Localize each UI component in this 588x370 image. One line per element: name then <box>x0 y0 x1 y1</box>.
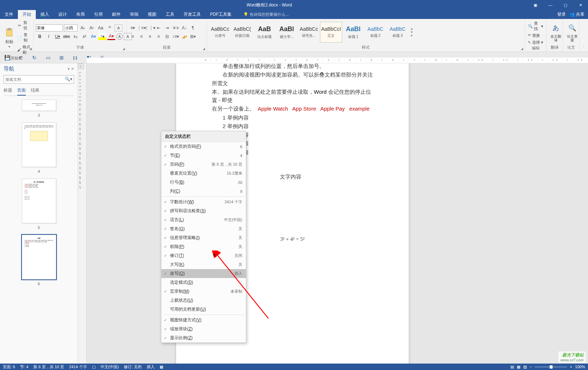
italic-button[interactable]: I <box>45 33 53 40</box>
status-spell-icon[interactable]: ▢ <box>92 365 96 369</box>
context-item-track[interactable]: ✓修订(T)关闭 <box>161 251 246 260</box>
login-button[interactable]: 登录 <box>557 11 566 18</box>
style-item[interactable]: AaBbCc分类号 <box>209 22 231 43</box>
vertical-ruler[interactable]: L · 1 · 2 · 3 · 4 · 5 · 6 · 7 · 8 · 9 · … <box>78 63 87 364</box>
view-print-layout[interactable]: ▦ <box>517 365 520 369</box>
thumbnail[interactable]: 第一章 标题标题 示例红文本段落示例文本段落示例文本段落示例文本段落示例红文本段… <box>22 179 56 223</box>
zoom-value[interactable]: 100% <box>575 365 585 369</box>
context-item-sign[interactable]: ✓签名(G)关 <box>161 224 246 233</box>
context-item-format_page[interactable]: ✓格式页的页码(F)6 <box>161 142 246 151</box>
font-launcher[interactable]: ◢ <box>121 47 126 51</box>
bullets-button[interactable]: ≡▾ <box>129 24 137 31</box>
tab-pdf[interactable]: PDF工具集 <box>205 10 236 19</box>
styles-expand[interactable]: ⏷ <box>410 34 413 38</box>
tab-design[interactable]: 设计 <box>54 10 72 19</box>
status-track[interactable]: 修订: 关闭 <box>124 364 142 370</box>
text-direction-button[interactable]: ✕≡ <box>172 24 180 31</box>
context-item-macro[interactable]: ✓宏录制(M)未录制 <box>161 287 246 296</box>
tab-devtools[interactable]: 开发工具 <box>179 10 205 19</box>
search-icon[interactable]: 🔍▾ <box>65 77 72 82</box>
thumbnail[interactable]: 标题 示例文本段落示例文本段落示例文本段落 示例文本段落示例文本段落红文本红文本… <box>22 235 56 279</box>
replace-button[interactable]: ᵃᵇ替换 <box>527 33 544 39</box>
context-item-caps[interactable]: 大写(K)关 <box>161 260 246 269</box>
styles-launcher[interactable]: ◢ <box>520 47 524 51</box>
cut-button[interactable]: ✂剪切 <box>16 20 31 31</box>
change-case-button[interactable]: Aa <box>97 24 105 31</box>
style-item[interactable]: AaBbCcI正文 <box>320 22 342 43</box>
styles-down[interactable]: ▼ <box>410 30 413 34</box>
nav-tab-headings[interactable]: 标题 <box>4 86 12 96</box>
align-left-button[interactable]: ≡ <box>129 33 137 40</box>
status-section[interactable]: 节: 4 <box>20 364 28 370</box>
context-item-words[interactable]: ✓字数统计(W)2414 个字 <box>161 198 246 206</box>
style-item[interactable]: AaBl硕士学... <box>276 22 298 43</box>
align-right-button[interactable]: ≡ <box>146 33 154 40</box>
styles-gallery[interactable]: AaBbCc分类号AaBbC(封面日期AaB论文标题AaBl硕士学...AaBb… <box>209 22 409 43</box>
status-lang[interactable]: 中文(中国) <box>101 364 119 370</box>
share-button[interactable]: 👥 共享 <box>569 11 584 18</box>
nav-search-input[interactable] <box>4 75 74 84</box>
style-item[interactable]: AaBbCc研究生... <box>298 22 320 43</box>
style-item[interactable]: AaB论文标题 <box>253 22 276 43</box>
status-page[interactable]: 页面: 6 <box>3 364 15 370</box>
line-spacing-button[interactable]: ↕≡▾ <box>172 33 180 40</box>
nav-close[interactable]: ✕ <box>71 67 74 71</box>
clear-format-button[interactable]: A <box>115 24 122 31</box>
style-item[interactable]: AaBl标题 1 <box>342 22 364 43</box>
strike-button[interactable]: abc <box>63 33 71 40</box>
status-pages[interactable]: 第 6 页，共 10 页 <box>33 364 64 370</box>
context-item-update[interactable]: 可用的文档更新(U) <box>161 305 246 314</box>
tab-home[interactable]: 开始 <box>18 10 36 19</box>
select-button[interactable]: ↖选择▾ <box>527 39 544 45</box>
style-item[interactable]: AaBbC标题 3 <box>387 22 409 43</box>
tab-layout[interactable]: 布局 <box>72 10 89 19</box>
bold-button[interactable]: B <box>36 33 44 40</box>
context-item-policy[interactable]: ✓信息管理策略(I)关 <box>161 233 246 242</box>
context-item-selmode[interactable]: 选定模式(D) <box>161 278 246 287</box>
ruler-toggle[interactable]: L <box>78 63 84 69</box>
numbering-button[interactable]: ⋮≡▾ <box>137 24 145 31</box>
distribute-button[interactable]: ⊟ <box>163 33 171 40</box>
tab-mailings[interactable]: 邮件 <box>107 10 125 19</box>
context-item-ovr[interactable]: ✓改写(O)插入 <box>161 269 246 278</box>
thumbnail[interactable]: 内容文本示例 <box>22 99 56 111</box>
paper-check-button[interactable]: 🔍 论文查重 <box>565 21 579 43</box>
zoom-out[interactable]: − <box>530 365 532 369</box>
view-web-layout[interactable]: ▨ <box>523 365 527 369</box>
close-button[interactable]: ✕ <box>573 0 588 10</box>
maximize-button[interactable]: ▢ <box>558 0 573 10</box>
tab-insert[interactable]: 插入 <box>36 10 54 19</box>
decrease-indent-button[interactable]: ⇤ <box>155 24 162 31</box>
context-item-line[interactable]: 行号(B)20 <box>161 178 246 187</box>
underline-button[interactable]: U▾ <box>54 33 62 40</box>
qat-columns[interactable]: ⫿⫿ <box>72 54 79 61</box>
context-item-lang[interactable]: ✓语言(L)中文(中国) <box>161 215 246 224</box>
paste-button[interactable]: 粘贴 ▾ <box>2 26 16 49</box>
styles-up[interactable]: ▲ <box>410 27 413 30</box>
status-macro-icon[interactable]: ▦ <box>160 365 163 369</box>
multilevel-button[interactable]: ⋮⋮▾ <box>146 24 154 31</box>
shrink-font-button[interactable]: A▾ <box>88 24 96 31</box>
show-marks-button[interactable]: ¶ <box>189 24 197 31</box>
style-item[interactable]: AaBbC(封面日期 <box>231 22 253 43</box>
text-effect-button[interactable]: A▾ <box>89 33 97 40</box>
phonetic-button[interactable]: ᵂ <box>106 24 113 31</box>
context-item-shortcut[interactable]: ✓视图快捷方式(V) <box>161 316 246 325</box>
copy-button[interactable]: 📄复制 <box>16 32 31 43</box>
tab-references[interactable]: 引用 <box>89 10 107 19</box>
align-center-button[interactable]: ≡ <box>137 33 145 40</box>
superscript-button[interactable]: x² <box>81 33 88 40</box>
context-item-perm[interactable]: ✓权限(P)关 <box>161 242 246 251</box>
collapse-ribbon-button[interactable]: ˆ <box>579 19 588 52</box>
find-button[interactable]: 🔍查找▾ <box>527 20 544 32</box>
zoom-in[interactable]: + <box>570 365 572 369</box>
ribbon-display-icon[interactable]: ▣ <box>528 0 543 10</box>
view-read-mode[interactable]: ▤ <box>510 365 514 369</box>
clipboard-launcher[interactable]: ◢ <box>28 47 33 51</box>
context-item-zoomslider[interactable]: ✓缩放滑块(Z) <box>161 325 246 334</box>
grow-font-button[interactable]: A▴ <box>79 24 87 31</box>
font-name-combo[interactable] <box>36 24 63 31</box>
qat-print[interactable]: ▭ <box>44 54 52 61</box>
style-item[interactable]: AaBbC标题 2 <box>364 22 387 43</box>
context-item-zoom[interactable]: ✓显示比例(Z) <box>161 334 246 342</box>
